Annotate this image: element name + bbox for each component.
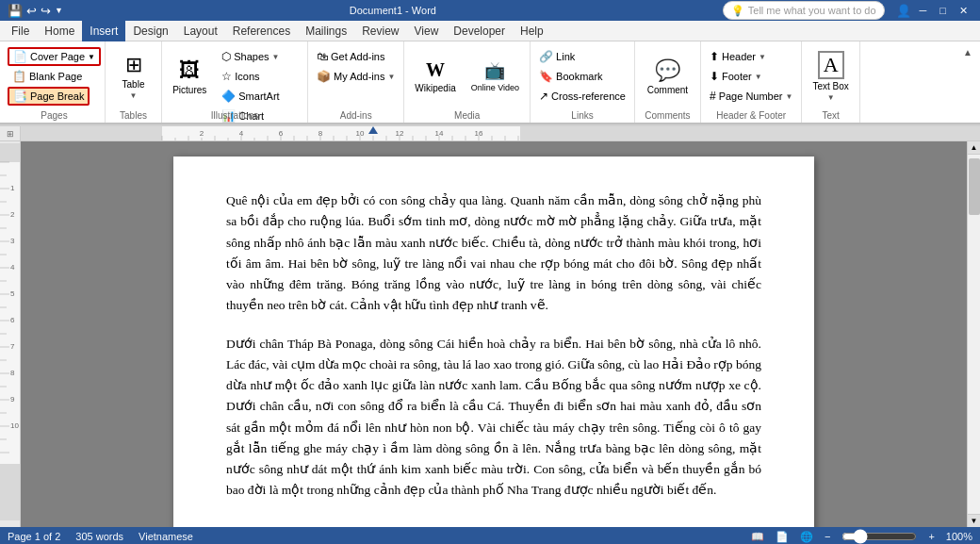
cover-page-arrow: ▼ (88, 53, 95, 61)
zoom-in-btn[interactable]: + (928, 531, 934, 542)
web-layout-btn[interactable]: 🌐 (800, 531, 813, 543)
get-addins-btn[interactable]: 🛍 Get Add-ins (312, 47, 400, 66)
language: Vietnamese (139, 531, 193, 542)
svg-rect-40 (0, 162, 21, 464)
my-addins-btn[interactable]: 📦 My Add-ins ▼ (312, 67, 400, 86)
svg-text:4: 4 (10, 263, 15, 272)
svg-text:2: 2 (10, 210, 15, 219)
svg-text:16: 16 (475, 129, 483, 138)
menu-review[interactable]: Review (354, 21, 406, 41)
text-box-btn[interactable]: A Text Box ▼ (806, 47, 855, 106)
scroll-thumb[interactable] (969, 158, 980, 215)
online-video-btn[interactable]: 📺 Online Video (465, 47, 526, 106)
get-addins-icon: 🛍 (317, 50, 328, 63)
header-btn[interactable]: ⬆ Header ▼ (705, 47, 797, 66)
icons-btn[interactable]: ☆ Icons (217, 67, 303, 86)
svg-text:6: 6 (10, 316, 15, 324)
comment-icon: 💬 (655, 58, 680, 83)
tell-me-text: Tell me what you want to do (748, 5, 876, 16)
shapes-arrow: ▼ (272, 53, 280, 61)
ribbon-group-pages: 📄 Cover Page ▼ 📋 Blank Page 📑 Page Break… (4, 41, 106, 123)
tell-me-bar[interactable]: 💡 Tell me what you want to do (723, 1, 885, 20)
collapse-ribbon-btn[interactable]: ▲ (959, 45, 976, 59)
svg-text:2: 2 (200, 129, 204, 138)
page-number-label: Page Number (719, 91, 783, 102)
qat-save[interactable]: 💾 (8, 4, 23, 18)
user-icon[interactable]: 👤 (896, 4, 911, 18)
scroll-up-btn[interactable]: ▲ (968, 141, 981, 155)
qat-undo[interactable]: ↩ (26, 4, 37, 18)
print-layout-btn[interactable]: 📄 (776, 531, 789, 543)
table-arrow: ▼ (130, 91, 138, 100)
horizontal-ruler: 2 4 6 8 10 12 14 16 (21, 126, 980, 141)
comment-btn[interactable]: 💬 Comment (641, 47, 694, 106)
online-video-label: Online Video (471, 83, 519, 92)
menu-references[interactable]: References (225, 21, 298, 41)
vertical-ruler: 1 2 3 4 5 6 7 8 9 10 (0, 141, 21, 527)
bookmark-btn[interactable]: 🔖 Bookmark (534, 67, 630, 86)
wikipedia-btn[interactable]: W Wikipedia (408, 47, 462, 106)
menu-help[interactable]: Help (513, 21, 551, 41)
pictures-icon: 🖼 (179, 58, 200, 83)
menu-file[interactable]: File (4, 21, 37, 41)
table-btn[interactable]: ⊞ Table ▼ (114, 47, 154, 106)
svg-text:3: 3 (10, 237, 15, 245)
zoom-slider[interactable] (841, 529, 917, 544)
page-number-btn[interactable]: # Page Number ▼ (705, 87, 797, 106)
svg-text:12: 12 (396, 129, 404, 138)
addins-group-label: Add-ins (308, 110, 403, 121)
pictures-btn[interactable]: 🖼 Pictures (166, 47, 213, 106)
document-text[interactable]: Quê nội của em đẹp bởi có con sông chảy … (226, 190, 761, 502)
cover-page-btn[interactable]: 📄 Cover Page ▼ (8, 47, 101, 66)
menu-insert[interactable]: Insert (82, 21, 125, 41)
menu-view[interactable]: View (407, 21, 447, 41)
icons-label: Icons (235, 71, 259, 82)
footer-label: Footer (722, 71, 752, 82)
cross-reference-label: Cross-reference (551, 91, 626, 102)
menu-bar: File Home Insert Design Layout Reference… (0, 21, 980, 41)
qat-redo[interactable]: ↪ (41, 4, 51, 18)
header-label: Header (722, 51, 756, 62)
paragraph-2: Dưới chân Tháp Bà Ponaga, dòng sông Cái … (226, 334, 761, 502)
menu-mailings[interactable]: Mailings (298, 21, 354, 41)
footer-btn[interactable]: ⬇ Footer ▼ (705, 67, 797, 86)
bookmark-icon: 🔖 (539, 70, 553, 83)
window-title: Document1 - Word (67, 5, 719, 16)
page-break-btn[interactable]: 📑 Page Break (8, 87, 90, 106)
read-mode-btn[interactable]: 📖 (751, 531, 764, 543)
qat-dropdown[interactable]: ▼ (55, 6, 63, 15)
svg-rect-1 (162, 126, 520, 141)
scroll-down-btn[interactable]: ▼ (968, 514, 981, 527)
minimize-btn[interactable]: ─ (915, 5, 932, 16)
maximize-btn[interactable]: □ (935, 5, 951, 16)
header-icon: ⬆ (710, 50, 719, 63)
close-btn[interactable]: ✕ (955, 5, 972, 17)
paragraph-1: Quê nội của em đẹp bởi có con sông chảy … (226, 190, 761, 317)
ruler-svg: 2 4 6 8 10 12 14 16 (21, 126, 980, 141)
ribbon-group-text: A Text Box ▼ Text (802, 41, 859, 123)
page-break-icon: 📑 (13, 90, 27, 103)
footer-arrow: ▼ (755, 73, 762, 81)
zoom-out-btn[interactable]: − (825, 531, 830, 542)
blank-page-btn[interactable]: 📋 Blank Page (8, 67, 87, 86)
menu-design[interactable]: Design (125, 21, 175, 41)
media-group-label: Media (404, 110, 530, 121)
cross-reference-btn[interactable]: ↗ Cross-reference (534, 87, 630, 106)
shapes-btn[interactable]: ⬡ Shapes ▼ (217, 47, 303, 66)
svg-text:5: 5 (10, 289, 15, 298)
link-btn[interactable]: 🔗 Link (534, 47, 630, 66)
menu-home[interactable]: Home (37, 21, 82, 41)
vertical-scrollbar[interactable]: ▲ ▼ (967, 141, 980, 527)
menu-layout[interactable]: Layout (176, 21, 225, 41)
vruler-svg: 1 2 3 4 5 6 7 8 9 10 (0, 143, 21, 520)
ribbon-group-header-footer: ⬆ Header ▼ ⬇ Footer ▼ # Page Number ▼ He… (701, 41, 802, 123)
ruler-corner[interactable]: ⊞ (0, 126, 21, 141)
my-addins-arrow: ▼ (387, 73, 395, 81)
zoom-level: 100% (946, 531, 972, 542)
svg-text:8: 8 (318, 129, 323, 138)
menu-developer[interactable]: Developer (446, 21, 513, 41)
ribbon-group-tables: ⊞ Table ▼ Tables (106, 41, 162, 123)
doc-scroll-area[interactable]: Quê nội của em đẹp bởi có con sông chảy … (21, 141, 967, 527)
page-info: Page 1 of 2 (8, 531, 60, 542)
smartart-btn[interactable]: 🔷 SmartArt (217, 87, 303, 106)
